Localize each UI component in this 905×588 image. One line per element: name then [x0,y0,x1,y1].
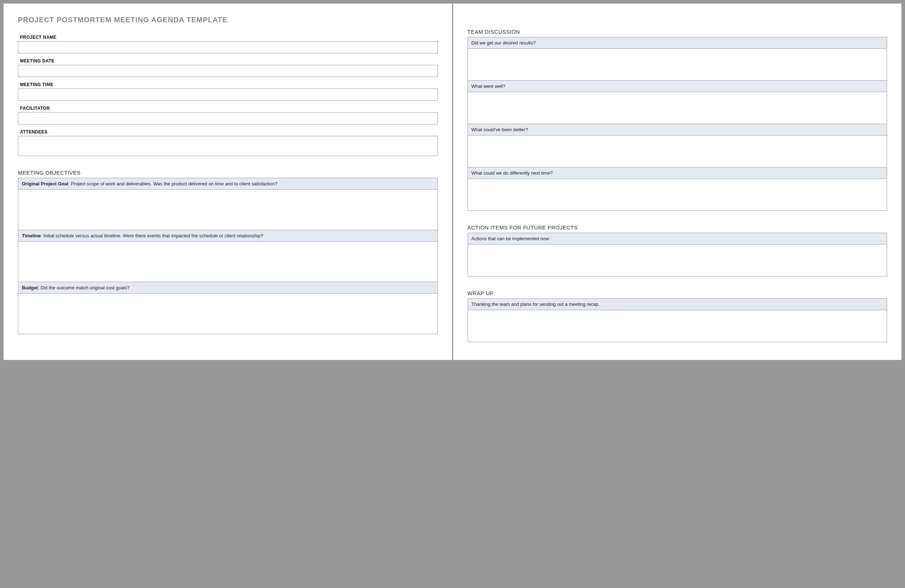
objective-goal-label: Original Project Goal [22,181,68,186]
page-left: PROJECT POSTMORTEM MEETING AGENDA TEMPLA… [3,3,453,360]
discussion-results: Did we get our desired results? [468,37,888,81]
document-title: PROJECT POSTMORTEM MEETING AGENDA TEMPLA… [18,16,438,24]
input-project-name[interactable] [18,41,438,53]
heading-objectives: MEETING OBJECTIVES [18,170,438,176]
objective-goal-body[interactable] [18,190,437,230]
action-items-body[interactable] [468,245,887,276]
discussion-well-body[interactable] [468,92,887,124]
objective-goal-text: : Project scope of work and deliverables… [68,181,277,186]
objective-goal: Original Project Goal: Project scope of … [18,178,438,230]
action-items-prompt: Actions that can be implemented now: [468,233,887,245]
objective-budget-label: Budget [22,285,38,291]
discussion-better-body[interactable] [468,135,887,167]
label-facilitator: FACILITATOR [18,106,438,111]
heading-wrapup: WRAP UP [468,290,888,296]
objective-budget: Budget: Did the outcome match original c… [18,282,438,334]
action-items: Actions that can be implemented now: [468,233,888,277]
label-meeting-time: MEETING TIME [18,82,438,87]
label-meeting-date: MEETING DATE [18,59,438,64]
heading-discussion: TEAM DISCUSSION [468,29,888,35]
discussion-differently: What could we do differently next time? [468,167,888,211]
objective-timeline-text: : Initial schedule versus actual timelin… [41,233,263,238]
wrapup-prompt: Thanking the team and plans for sending … [468,299,887,310]
discussion-results-prompt: Did we get our desired results? [468,37,887,49]
discussion-results-body[interactable] [468,49,887,80]
label-project-name: PROJECT NAME [18,35,438,40]
discussion-well: What went well? [468,80,888,124]
discussion-well-prompt: What went well? [468,81,887,92]
heading-actions: ACTION ITEMS FOR FUTURE PROJECTS [468,224,888,230]
discussion-better-prompt: What could've been better? [468,124,887,135]
objective-budget-prompt: Budget: Did the outcome match original c… [18,282,437,294]
objective-timeline-body[interactable] [18,242,437,282]
objective-timeline: Timeline: Initial schedule versus actual… [18,230,438,282]
document: PROJECT POSTMORTEM MEETING AGENDA TEMPLA… [3,3,902,360]
discussion-better: What could've been better? [468,124,888,167]
discussion-differently-body[interactable] [468,179,887,210]
input-meeting-time[interactable] [18,89,438,101]
discussion-differently-prompt: What could we do differently next time? [468,167,887,179]
objective-timeline-label: Timeline [22,233,41,238]
label-attendees: ATTENDEES [18,129,438,135]
input-facilitator[interactable] [18,112,438,124]
page-right: TEAM DISCUSSION Did we get our desired r… [453,3,902,360]
objective-goal-prompt: Original Project Goal: Project scope of … [18,178,437,190]
objective-budget-text: : Did the outcome match original cost go… [38,285,130,291]
wrapup-block: Thanking the team and plans for sending … [468,298,888,342]
input-attendees[interactable] [18,136,438,156]
input-meeting-date[interactable] [18,65,438,77]
wrapup-body[interactable] [468,310,887,342]
objective-timeline-prompt: Timeline: Initial schedule versus actual… [18,230,437,242]
objective-budget-body[interactable] [18,294,437,334]
